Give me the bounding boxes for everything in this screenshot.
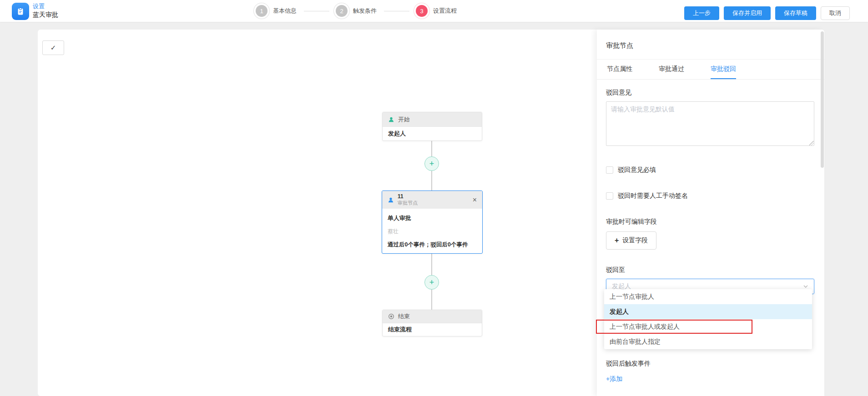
step-2-circle: 2 (336, 5, 348, 17)
approval-assignee: 蔡壮 (388, 228, 477, 236)
step-1-label: 基本信息 (273, 7, 297, 15)
dropdown-option-frontend-assign[interactable]: 由前台审批人指定 (604, 334, 812, 349)
dropdown-option-prev-approver[interactable]: 上一节点审批人 (604, 289, 812, 304)
step-2-label: 触发条件 (353, 7, 377, 15)
approval-node-body: 单人审批 蔡壮 通过后0个事件；驳回后0个事件 (382, 209, 482, 253)
reject-to-label: 驳回至 (606, 266, 815, 274)
start-node-body: 发起人 (383, 126, 482, 140)
save-draft-button[interactable]: 保存草稿 (775, 6, 816, 20)
add-node-button[interactable]: + (424, 156, 439, 171)
plus-icon: + (615, 236, 619, 245)
end-node-header: 结束 (383, 310, 482, 323)
opinion-required-checkbox[interactable] (606, 166, 613, 174)
approval-events: 通过后0个事件；驳回后0个事件 (388, 241, 477, 249)
panel-tabs: 节点属性 审批通过 审批驳回 (597, 60, 824, 80)
settings-link[interactable]: 设置 (33, 2, 45, 10)
prev-step-button[interactable]: 上一步 (684, 6, 719, 20)
manual-signature-row: 驳回时需要人工手动签名 (606, 192, 815, 200)
editable-fields-label: 审批时可编辑字段 (606, 218, 815, 226)
step-connector (384, 11, 409, 11)
manual-signature-label: 驳回时需要人工手动签名 (618, 192, 688, 200)
approval-node-type: 审批节点 (398, 200, 469, 206)
step-3-circle: 3 (416, 5, 428, 17)
opinion-textarea[interactable] (606, 101, 814, 146)
add-event-link[interactable]: +添加 (606, 375, 622, 383)
person-icon (388, 197, 394, 203)
opinion-textarea-wrap (606, 101, 815, 148)
chevron-down-icon (803, 284, 808, 289)
approval-node-id: 11 (398, 194, 469, 200)
app-logo (12, 3, 29, 20)
approval-node[interactable]: 11 审批节点 × 单人审批 蔡壮 通过后0个事件；驳回后0个事件 (382, 190, 483, 254)
end-circle-icon (388, 313, 394, 320)
set-fields-button[interactable]: + 设置字段 (606, 231, 656, 250)
approval-node-header: 11 审批节点 × (382, 191, 482, 209)
dropdown-option-prev-or-initiator[interactable]: 上一节点审批人或发起人 (604, 319, 812, 334)
close-icon[interactable]: × (473, 196, 477, 204)
start-node[interactable]: 开始 发起人 (382, 112, 482, 141)
end-node-body: 结束流程 (383, 323, 482, 336)
step-1-circle: 1 (256, 5, 267, 17)
set-fields-button-label: 设置字段 (622, 236, 648, 245)
start-node-header: 开始 (383, 112, 482, 126)
opinion-required-row: 驳回意见必填 (606, 166, 815, 174)
reject-opinion-label: 驳回意见 (606, 89, 815, 97)
dropdown-option-initiator[interactable]: 发起人 (604, 304, 812, 319)
step-3-label: 设置流程 (433, 7, 457, 15)
save-and-enable-button[interactable]: 保存并启用 (724, 6, 771, 20)
step-connector (304, 11, 329, 11)
add-node-button[interactable]: + (424, 275, 439, 290)
end-node-title: 结束 (398, 312, 410, 321)
start-node-title: 开始 (398, 115, 410, 124)
reject-to-dropdown: 上一节点审批人 发起人 上一节点审批人或发起人 由前台审批人指定 (604, 289, 812, 349)
opinion-required-label: 驳回意见必填 (618, 166, 656, 174)
reject-trigger-label: 驳回后触发事件 (606, 360, 815, 368)
clipboard-icon (16, 7, 25, 16)
panel-scrollbar[interactable] (821, 31, 824, 168)
manual-signature-checkbox[interactable] (606, 192, 613, 200)
person-icon (388, 116, 394, 123)
tab-approval-reject[interactable]: 审批驳回 (711, 60, 736, 79)
workflow-name: 蓝天审批 (33, 11, 58, 19)
stepper: 1 基本信息 2 触发条件 3 设置流程 (253, 0, 460, 22)
check-tool-button[interactable]: ✓ (42, 40, 64, 55)
approval-mode: 单人审批 (388, 214, 477, 222)
end-node[interactable]: 结束 结束流程 (382, 310, 482, 336)
top-header: 设置 蓝天审批 1 基本信息 2 触发条件 3 设置流程 上一步 保存并启用 保… (0, 0, 868, 22)
node-config-panel: 审批节点 节点属性 审批通过 审批驳回 驳回意见 驳回意见必填 驳回时需要人工手… (597, 30, 824, 396)
tab-approval-pass[interactable]: 审批通过 (659, 60, 684, 79)
tab-node-properties[interactable]: 节点属性 (607, 60, 632, 79)
approval-node-titles: 11 审批节点 (398, 194, 469, 206)
header-actions: 上一步 保存并启用 保存草稿 取消 (684, 6, 850, 20)
cancel-button[interactable]: 取消 (821, 6, 850, 20)
panel-title: 审批节点 (597, 30, 824, 60)
panel-body: 驳回意见 驳回意见必填 驳回时需要人工手动签名 审批时可编辑字段 + 设置字段 … (597, 80, 824, 392)
